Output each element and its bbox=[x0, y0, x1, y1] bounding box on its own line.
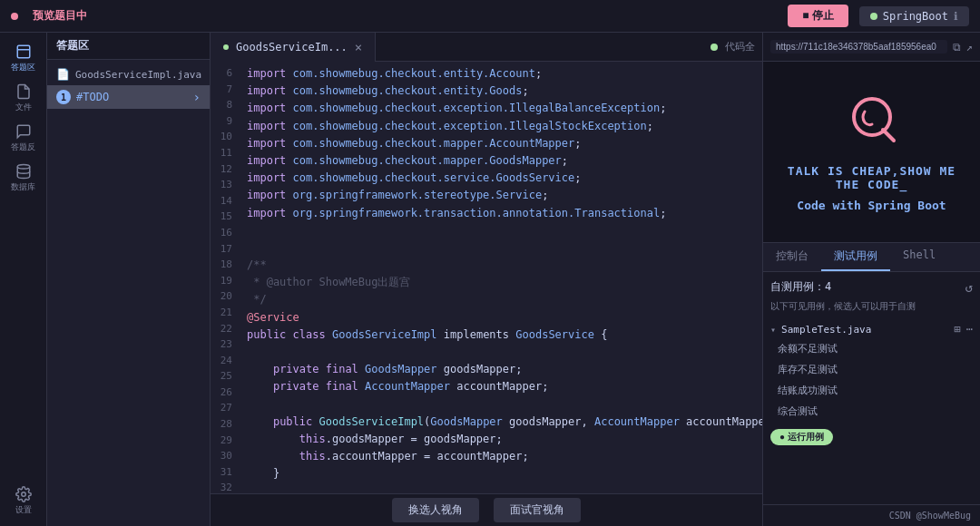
test-item-label-1: 库存不足测试 bbox=[778, 363, 838, 376]
springboot-tab[interactable]: SpringBoot ℹ bbox=[859, 6, 969, 26]
tab-testcases[interactable]: 测试用例 bbox=[821, 243, 890, 271]
tab-close-icon[interactable]: × bbox=[355, 40, 362, 54]
stop-button[interactable]: ■ 停止 bbox=[788, 5, 848, 27]
code-line bbox=[247, 239, 755, 257]
tab-status-dot bbox=[223, 44, 229, 50]
bottom-right: CSDN @ShowMeBug bbox=[763, 504, 980, 526]
test-panel: 自测用例：4 ↺ 以下可见用例，候选人可以用于自测 ▾ SampleTest.j… bbox=[763, 272, 980, 504]
svg-point-2 bbox=[17, 164, 30, 169]
test-count: 自测用例：4 bbox=[770, 279, 831, 295]
switch-interviewer-view-button[interactable]: 面试官视角 bbox=[494, 498, 581, 522]
test-item-label-3: 综合测试 bbox=[778, 404, 818, 418]
tab-filename: GoodsServiceIm... bbox=[236, 41, 348, 54]
code-editor: GoodsServiceIm... × 代码全 678910 111213141… bbox=[211, 33, 762, 526]
right-panel: ⧉ ↗ TALK IS CHEAP,SHOW ME THE CODE_ Code… bbox=[762, 33, 980, 526]
code-line: import com.showmebug.checkout.entity.Goo… bbox=[247, 83, 755, 100]
editor-bottom: 换选人视角 面试官视角 bbox=[211, 493, 762, 526]
status-dot bbox=[710, 44, 718, 51]
svg-line-5 bbox=[883, 130, 894, 141]
status-text: 代码全 bbox=[725, 40, 755, 54]
arrow-right-icon: › bbox=[193, 90, 201, 104]
brand-area: TALK IS CHEAP,SHOW ME THE CODE_ Code wit… bbox=[763, 62, 980, 243]
left-panel-file[interactable]: 📄 GoodsServiceImpl.java bbox=[47, 63, 210, 85]
code-line: public class GoodsServiceImpl implements… bbox=[247, 326, 755, 344]
code-line bbox=[247, 222, 755, 239]
code-line: private final AccountMapper accountMappe… bbox=[247, 378, 755, 395]
test-item-label-0: 余额不足测试 bbox=[778, 342, 838, 356]
main-layout: 答题区 文件 答题反 数据库 设置 答题区 📄 GoodsServiceImpl… bbox=[0, 33, 980, 526]
code-line: */ bbox=[247, 291, 755, 308]
code-line: this.goodsMapper = goodsMapper; bbox=[247, 431, 755, 448]
sidebar: 答题区 文件 答题反 数据库 设置 bbox=[0, 33, 47, 526]
refresh-icon[interactable]: ↺ bbox=[965, 280, 973, 295]
test-header: 自测用例：4 ↺ bbox=[770, 279, 973, 295]
sidebar-item-database[interactable]: 数据库 bbox=[5, 160, 42, 196]
switch-candidate-view-button[interactable]: 换选人视角 bbox=[392, 498, 479, 522]
test-section: ▾ SampleTest.java ⊞ ⋯ 余额不足测试 库存不足测试 结账成功… bbox=[770, 320, 973, 422]
sidebar-item-file[interactable]: 文件 bbox=[5, 80, 42, 116]
code-line: import com.showmebug.checkout.exception.… bbox=[247, 118, 755, 135]
svg-point-3 bbox=[21, 492, 25, 496]
left-panel: 答题区 📄 GoodsServiceImpl.java 1 #TODO › bbox=[47, 33, 211, 526]
test-item-label-2: 结账成功测试 bbox=[778, 384, 838, 397]
code-line: * @author ShowMeBug出题宫 bbox=[247, 274, 755, 291]
line-numbers: 678910 1112131415 1617181920 2122232425 … bbox=[211, 62, 240, 493]
sidebar-label-database: 数据库 bbox=[11, 181, 35, 193]
sidebar-item-feedback[interactable]: 答题反 bbox=[5, 120, 42, 156]
chevron-icon: ▾ bbox=[770, 325, 776, 335]
code-content[interactable]: 678910 1112131415 1617181920 2122232425 … bbox=[211, 62, 762, 493]
expand-icon: ⊞ bbox=[955, 323, 961, 336]
url-input[interactable] bbox=[770, 40, 947, 54]
copy-icon[interactable]: ⧉ bbox=[953, 41, 961, 54]
editor-tabs: GoodsServiceIm... × 代码全 bbox=[211, 33, 762, 62]
more-icon: ⋯ bbox=[966, 323, 973, 336]
url-bar: ⧉ ↗ bbox=[763, 33, 980, 62]
code-line: @Service bbox=[247, 309, 755, 326]
sidebar-label-answers: 答题区 bbox=[11, 62, 35, 73]
test-item-1[interactable]: 库存不足测试 bbox=[770, 359, 973, 380]
todo-label: #TODO bbox=[76, 91, 109, 103]
sidebar-label-settings: 设置 bbox=[15, 504, 32, 516]
sidebar-label-file: 文件 bbox=[15, 102, 32, 113]
code-line: this.accountMapper = accountMapper; bbox=[247, 448, 755, 465]
sidebar-item-answers[interactable]: 答题区 bbox=[5, 40, 42, 76]
test-item-3[interactable]: 综合测试 bbox=[770, 401, 973, 422]
code-status: 代码全 bbox=[710, 40, 762, 54]
file-name: GoodsServiceImpl.java bbox=[75, 69, 201, 81]
brand-subtitle: Code with Spring Boot bbox=[797, 199, 946, 212]
brand-logo bbox=[845, 92, 899, 157]
code-line bbox=[247, 344, 755, 361]
code-line: import com.showmebug.checkout.entity.Acc… bbox=[247, 65, 755, 83]
code-line: import org.springframework.transaction.a… bbox=[247, 205, 755, 222]
sidebar-item-settings[interactable]: 设置 bbox=[5, 482, 42, 519]
code-line: /** bbox=[247, 257, 755, 274]
tab-shell[interactable]: Shell bbox=[890, 243, 948, 271]
sidebar-bottom: 设置 bbox=[5, 482, 42, 519]
test-item-0[interactable]: 余额不足测试 bbox=[770, 338, 973, 359]
springboot-label: SpringBoot bbox=[883, 10, 948, 23]
left-panel-section: 📄 GoodsServiceImpl.java 1 #TODO › bbox=[47, 60, 210, 112]
code-line: import com.showmebug.checkout.mapper.Acc… bbox=[247, 135, 755, 152]
brand-tagline: TALK IS CHEAP,SHOW ME THE CODE_ bbox=[781, 164, 962, 191]
sidebar-label-feedback: 答题反 bbox=[11, 141, 35, 153]
test-section-header[interactable]: ▾ SampleTest.java ⊞ ⋯ bbox=[770, 320, 973, 338]
code-line bbox=[247, 483, 755, 494]
sample-file-name: SampleTest.java bbox=[781, 324, 871, 336]
todo-number: 1 bbox=[56, 90, 71, 104]
tab-console[interactable]: 控制台 bbox=[763, 243, 821, 271]
test-item-2[interactable]: 结账成功测试 bbox=[770, 380, 973, 401]
code-line: import com.showmebug.checkout.exception.… bbox=[247, 100, 755, 117]
left-panel-todo[interactable]: 1 #TODO › bbox=[47, 85, 210, 109]
svg-rect-0 bbox=[17, 45, 30, 58]
top-bar: 预览题目中 ■ 停止 SpringBoot ℹ bbox=[0, 0, 980, 33]
external-link-icon[interactable]: ↗ bbox=[966, 41, 973, 54]
editor-tab-active[interactable]: GoodsServiceIm... × bbox=[211, 33, 376, 62]
preview-dot bbox=[11, 13, 18, 20]
code-line: private final GoodsMapper goodsMapper; bbox=[247, 361, 755, 378]
code-line: } bbox=[247, 465, 755, 482]
code-line bbox=[247, 396, 755, 414]
preview-badge: 预览题目中 bbox=[33, 8, 87, 24]
code-lines: import com.showmebug.checkout.entity.Acc… bbox=[240, 62, 762, 493]
left-panel-header: 答题区 bbox=[47, 33, 210, 60]
run-button[interactable]: ● 运行用例 bbox=[770, 429, 833, 445]
